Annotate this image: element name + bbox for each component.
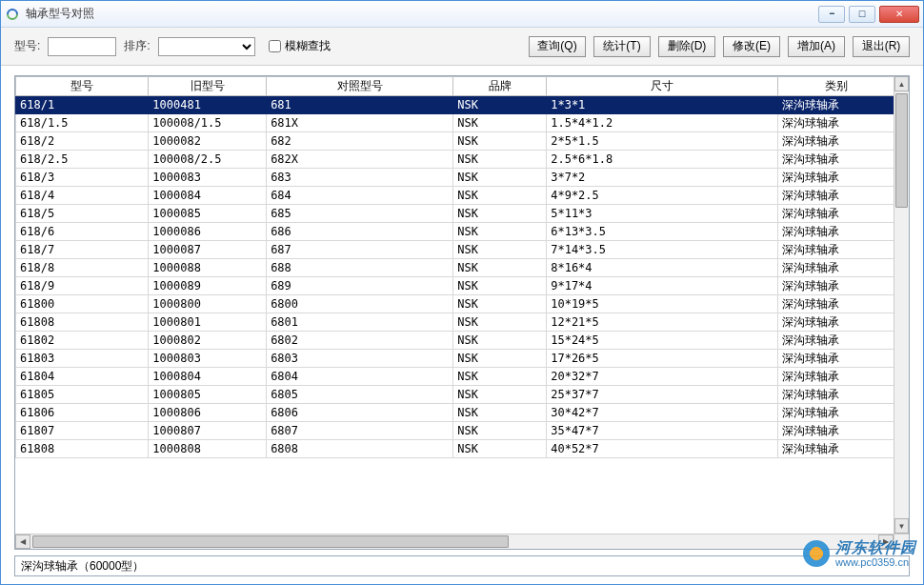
table-cell[interactable]: 61805 (16, 386, 149, 404)
table-cell[interactable]: NSK (453, 114, 547, 132)
table-cell[interactable]: NSK (453, 132, 547, 151)
table-cell[interactable]: 6805 (267, 386, 453, 404)
table-cell[interactable]: 深沟球轴承 (777, 241, 895, 259)
table-cell[interactable]: 深沟球轴承 (777, 259, 895, 277)
table-cell[interactable]: 1000804 (149, 368, 267, 386)
table-cell[interactable]: 4*9*2.5 (547, 187, 778, 205)
table-cell[interactable]: 682 (267, 132, 453, 151)
table-cell[interactable]: NSK (453, 241, 547, 259)
table-cell[interactable]: 618/8 (16, 259, 149, 277)
table-cell[interactable]: 685 (267, 205, 453, 223)
table-cell[interactable]: 深沟球轴承 (777, 350, 895, 368)
table-cell[interactable]: 6807 (267, 422, 453, 440)
table-row[interactable]: 6180810008016801NSK12*21*5深沟球轴承 (16, 313, 909, 332)
table-cell[interactable]: 618/4 (16, 187, 149, 205)
table-row[interactable]: 618/61000086686NSK6*13*3.5深沟球轴承 (16, 223, 909, 241)
table-cell[interactable]: 12*21*5 (547, 313, 778, 332)
table-cell[interactable]: 深沟球轴承 (777, 404, 895, 422)
scroll-right-arrow-icon[interactable]: ▶ (878, 535, 894, 549)
table-cell[interactable]: NSK (453, 350, 547, 368)
table-row[interactable]: 618/2.5100008/2.5682XNSK2.5*6*1.8深沟球轴承 (16, 151, 909, 169)
table-cell[interactable]: 688 (267, 259, 453, 277)
table-cell[interactable]: 深沟球轴承 (777, 187, 895, 205)
table-cell[interactable]: 深沟球轴承 (777, 114, 895, 132)
table-cell[interactable]: 686 (267, 223, 453, 241)
table-cell[interactable]: 6806 (267, 404, 453, 422)
table-row[interactable]: 6180410008046804NSK20*32*7深沟球轴承 (16, 368, 909, 386)
table-cell[interactable]: 深沟球轴承 (777, 96, 895, 114)
modify-button[interactable]: 修改(E) (723, 36, 780, 57)
data-table[interactable]: 型号 旧型号 对照型号 品牌 尺寸 类别 单 618/11000481681NS… (15, 76, 909, 458)
table-row[interactable]: 618/91000089689NSK9*17*4深沟球轴承 (16, 277, 909, 295)
table-cell[interactable]: 1000807 (149, 422, 267, 440)
table-cell[interactable]: 6804 (267, 368, 453, 386)
table-row[interactable]: 6180310008036803NSK17*26*5深沟球轴承 (16, 350, 909, 368)
table-cell[interactable]: 深沟球轴承 (777, 368, 895, 386)
table-cell[interactable]: 15*24*5 (547, 332, 778, 350)
table-cell[interactable]: 25*37*7 (547, 386, 778, 404)
table-cell[interactable]: 618/6 (16, 223, 149, 241)
table-cell[interactable]: 1000800 (149, 295, 267, 313)
table-cell[interactable]: 618/7 (16, 241, 149, 259)
col-old-model[interactable]: 旧型号 (149, 77, 267, 96)
table-cell[interactable]: 2*5*1.5 (547, 132, 778, 151)
table-row[interactable]: 6180710008076807NSK35*47*7深沟球轴承 (16, 422, 909, 440)
table-row[interactable]: 6180010008006800NSK10*19*5深沟球轴承 (16, 295, 909, 313)
table-cell[interactable]: 1000087 (149, 241, 267, 259)
query-button[interactable]: 查询(Q) (529, 36, 586, 57)
table-cell[interactable]: 1000088 (149, 259, 267, 277)
table-cell[interactable]: NSK (453, 96, 547, 114)
table-cell[interactable]: NSK (453, 368, 547, 386)
horizontal-scrollbar[interactable]: ◀ ▶ (15, 534, 894, 549)
table-cell[interactable]: 1000089 (149, 277, 267, 295)
col-size[interactable]: 尺寸 (547, 77, 778, 96)
table-cell[interactable]: 618/1 (16, 96, 149, 114)
table-cell[interactable]: 深沟球轴承 (777, 223, 895, 241)
table-row[interactable]: 618/41000084684NSK4*9*2.5深沟球轴承 (16, 187, 909, 205)
table-row[interactable]: 6180610008066806NSK30*42*7深沟球轴承 (16, 404, 909, 422)
maximize-button[interactable] (849, 6, 875, 23)
table-cell[interactable]: 40*52*7 (547, 440, 778, 458)
table-cell[interactable]: 10*19*5 (547, 295, 778, 313)
table-cell[interactable]: NSK (453, 440, 547, 458)
minimize-button[interactable] (818, 6, 845, 23)
sort-select[interactable] (158, 37, 255, 56)
table-cell[interactable]: 1000803 (149, 350, 267, 368)
table-cell[interactable]: 6800 (267, 295, 453, 313)
table-cell[interactable]: 61800 (16, 295, 149, 313)
table-row[interactable]: 618/71000087687NSK7*14*3.5深沟球轴承 (16, 241, 909, 259)
table-cell[interactable]: 1000802 (149, 332, 267, 350)
table-cell[interactable]: 61804 (16, 368, 149, 386)
table-cell[interactable]: 61808 (16, 440, 149, 458)
table-row[interactable]: 618/1.5100008/1.5681XNSK1.5*4*1.2深沟球轴承 (16, 114, 909, 132)
table-cell[interactable]: 689 (267, 277, 453, 295)
table-cell[interactable]: 6*13*3.5 (547, 223, 778, 241)
table-cell[interactable]: NSK (453, 422, 547, 440)
table-cell[interactable]: 1000086 (149, 223, 267, 241)
table-cell[interactable]: 深沟球轴承 (777, 132, 895, 151)
table-cell[interactable]: NSK (453, 313, 547, 332)
table-cell[interactable]: 6802 (267, 332, 453, 350)
table-cell[interactable]: NSK (453, 223, 547, 241)
table-cell[interactable]: 683 (267, 169, 453, 187)
table-cell[interactable]: 3*7*2 (547, 169, 778, 187)
table-row[interactable]: 618/11000481681NSK1*3*1深沟球轴承 (16, 96, 909, 114)
table-cell[interactable]: NSK (453, 332, 547, 350)
table-cell[interactable]: 618/5 (16, 205, 149, 223)
col-category[interactable]: 类别 (777, 77, 895, 96)
table-cell[interactable]: 682X (267, 151, 453, 169)
scroll-thumb-v[interactable] (895, 93, 908, 208)
table-row[interactable]: 6180210008026802NSK15*24*5深沟球轴承 (16, 332, 909, 350)
table-cell[interactable]: 1000084 (149, 187, 267, 205)
table-cell[interactable]: 1.5*4*1.2 (547, 114, 778, 132)
table-cell[interactable]: 7*14*3.5 (547, 241, 778, 259)
table-cell[interactable]: 100008/2.5 (149, 151, 267, 169)
table-cell[interactable]: 深沟球轴承 (777, 422, 895, 440)
table-cell[interactable]: 1000801 (149, 313, 267, 332)
table-cell[interactable]: 深沟球轴承 (777, 151, 895, 169)
table-cell[interactable]: 深沟球轴承 (777, 277, 895, 295)
table-cell[interactable]: 100008/1.5 (149, 114, 267, 132)
scroll-left-arrow-icon[interactable]: ◀ (15, 535, 30, 549)
stat-button[interactable]: 统计(T) (593, 36, 651, 57)
table-cell[interactable]: NSK (453, 205, 547, 223)
